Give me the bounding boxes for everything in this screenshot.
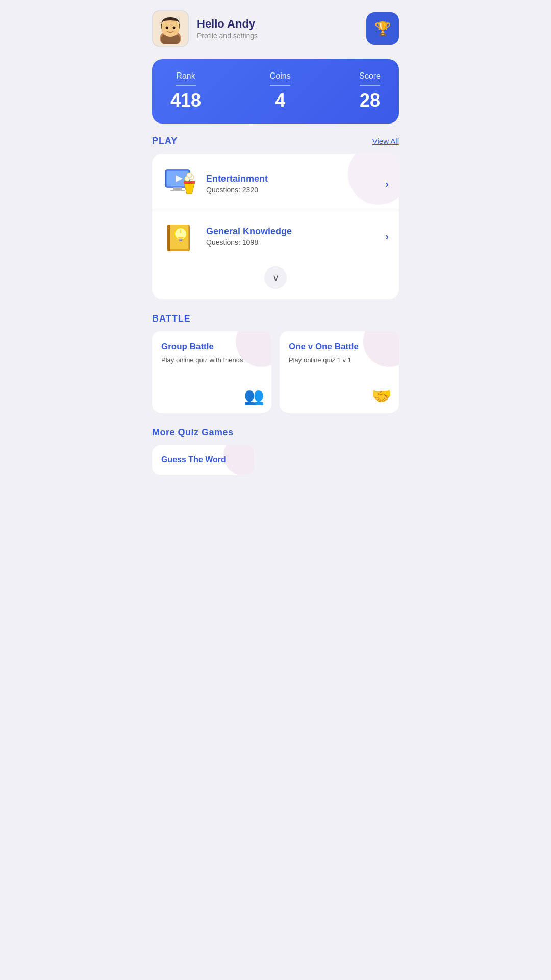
- group-battle-card[interactable]: Group Battle Play online quiz with frien…: [152, 331, 271, 413]
- guess-card-decoration: [223, 445, 254, 475]
- one-v-one-battle-card[interactable]: One v One Battle Play online quiz 1 v 1 …: [280, 331, 399, 413]
- header-left: Hello Andy Profile and settings: [152, 10, 258, 47]
- svg-rect-20: [179, 239, 183, 240]
- play-section-header: PLAY View All: [138, 136, 413, 146]
- one-v-one-icon: 🤝: [371, 386, 392, 406]
- coins-label: Coins: [270, 71, 291, 81]
- battle-section: BATTLE Group Battle Play online quiz wit…: [138, 313, 413, 413]
- greeting: Hello Andy: [197, 17, 258, 31]
- general-knowledge-questions: Questions: 1098: [206, 238, 385, 247]
- more-section: More Quiz Games Guess The Word: [138, 427, 413, 477]
- guess-the-word-card[interactable]: Guess The Word: [152, 445, 254, 475]
- general-knowledge-arrow: ›: [385, 231, 389, 242]
- header: Hello Andy Profile and settings 🏆: [138, 0, 413, 55]
- entertainment-name: Entertainment: [206, 174, 385, 184]
- coins-stat: Coins 4: [270, 71, 291, 111]
- entertainment-arrow: ›: [385, 178, 389, 190]
- trophy-icon: 🏆: [374, 21, 391, 37]
- expand-btn-wrap: ∨: [152, 262, 399, 291]
- rank-stat: Rank 418: [170, 71, 201, 111]
- more-title: More Quiz Games: [152, 427, 399, 438]
- svg-rect-9: [170, 190, 185, 191]
- play-card: Entertainment Questions: 2320 ›: [152, 154, 399, 299]
- general-knowledge-item[interactable]: General Knowledge Questions: 1098 ›: [152, 210, 399, 262]
- rank-label: Rank: [170, 71, 201, 81]
- header-text: Hello Andy Profile and settings: [197, 17, 258, 40]
- entertainment-icon-wrap: [162, 166, 198, 202]
- score-label: Score: [359, 71, 381, 81]
- svg-rect-11: [184, 181, 195, 184]
- stats-card: Rank 418 Coins 4 Score 28: [152, 59, 399, 124]
- battle-grid: Group Battle Play online quiz with frien…: [152, 331, 399, 413]
- score-stat: Score 28: [359, 71, 381, 111]
- play-title: PLAY: [152, 136, 178, 146]
- rank-value: 418: [170, 90, 201, 111]
- svg-point-4: [173, 27, 176, 29]
- general-knowledge-icon-wrap: [162, 218, 198, 254]
- entertainment-item[interactable]: Entertainment Questions: 2320 ›: [152, 158, 399, 210]
- score-value: 28: [359, 90, 381, 111]
- entertainment-questions: Questions: 2320: [206, 186, 385, 194]
- group-battle-icon: 👥: [244, 386, 264, 406]
- rank-divider: [176, 85, 196, 86]
- subtitle: Profile and settings: [197, 32, 258, 40]
- battle-title: BATTLE: [152, 313, 399, 324]
- expand-button[interactable]: ∨: [264, 266, 287, 289]
- score-divider: [360, 85, 380, 86]
- svg-point-14: [187, 173, 192, 178]
- svg-point-3: [166, 27, 168, 29]
- coins-value: 4: [270, 90, 291, 111]
- coins-divider: [270, 85, 290, 86]
- svg-rect-18: [167, 225, 170, 251]
- view-all-button[interactable]: View All: [372, 137, 399, 145]
- svg-rect-21: [179, 240, 182, 241]
- avatar[interactable]: [152, 10, 189, 47]
- entertainment-info: Entertainment Questions: 2320: [206, 174, 385, 194]
- general-knowledge-info: General Knowledge Questions: 1098: [206, 226, 385, 247]
- general-knowledge-name: General Knowledge: [206, 226, 385, 237]
- svg-rect-8: [173, 187, 182, 190]
- trophy-button[interactable]: 🏆: [366, 12, 399, 45]
